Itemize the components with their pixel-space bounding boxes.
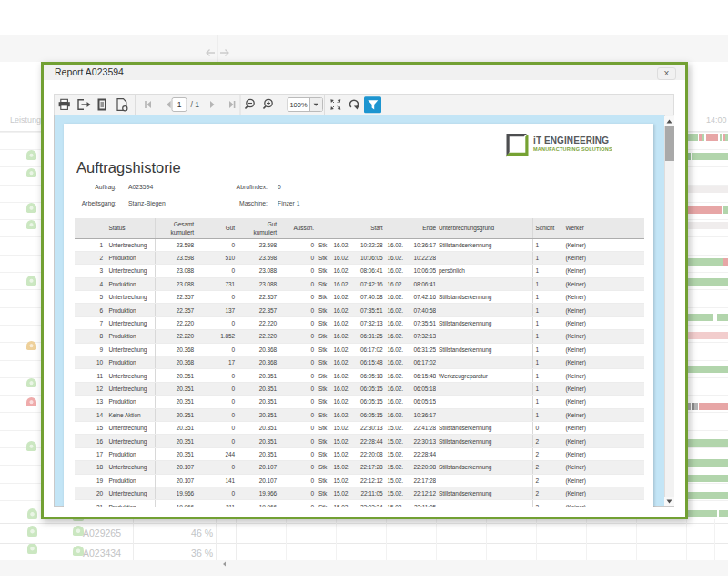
svg-text:/ 1: / 1 — [191, 100, 200, 109]
svg-text:1: 1 — [177, 100, 182, 109]
svg-text:100%: 100% — [289, 101, 308, 109]
